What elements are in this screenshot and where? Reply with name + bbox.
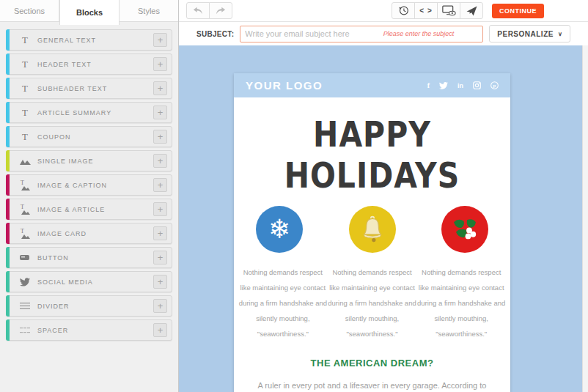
add-block-button[interactable]: + [153,57,167,71]
subject-label: SUBJECT: [196,30,234,38]
panel-tabs: Sections Blocks Styles [0,0,178,22]
email-preview[interactable]: YOUR LOGO f in p HAPPY HOLIDAYS ❄ [234,73,510,392]
plus-icon: + [158,204,163,215]
add-block-button[interactable]: + [153,154,167,168]
block-label: BUTTON [37,254,153,262]
plus-icon: + [158,131,163,142]
tab-styles[interactable]: Styles [120,0,178,21]
sidebar-item-button[interactable]: BUTTON + [6,247,172,268]
svg-text:p: p [493,83,496,88]
plus-icon: + [158,252,163,263]
image-icon [12,158,37,165]
add-block-button[interactable]: + [153,81,167,95]
text-icon: T [12,131,37,143]
tab-blocks[interactable]: Blocks [59,0,120,25]
add-block-button[interactable]: + [153,323,167,337]
three-column-text[interactable]: Nothing demands respect like maintaining… [234,265,510,341]
pinterest-icon[interactable]: p [490,81,499,89]
add-block-button[interactable]: + [153,33,167,47]
sidebar-item-single-image[interactable]: SINGLE IMAGE + [6,150,172,171]
block-label: COUPON [37,133,153,141]
accent-bar [6,174,10,196]
article-block[interactable]: THE AMERICAN DREAM? A ruler in every pot… [234,358,510,392]
sidebar-item-divider[interactable]: DIVIDER + [6,295,172,317]
logo-text: YOUR LOGO [246,79,323,92]
plus-icon: + [158,107,163,118]
sidebar-item-image-caption[interactable]: T IMAGE & CAPTION + [6,174,172,196]
holly-icon [441,206,488,253]
block-label: IMAGE CARD [37,230,153,237]
block-label: SUBHEADER TEXT [37,85,153,92]
text-icon: T [12,34,37,46]
sidebar-item-subheader-text[interactable]: T SUBHEADER TEXT + [6,78,172,99]
twitter-icon[interactable] [439,82,448,89]
plus-icon: + [158,228,163,239]
undo-button[interactable] [186,2,210,19]
history-button[interactable] [392,2,415,19]
redo-button[interactable] [209,2,232,19]
sidebar-item-header-text[interactable]: T HEADER TEXT + [6,53,172,75]
add-block-button[interactable]: + [153,275,167,289]
bell-icon [349,206,396,253]
article-body: A ruler in every pot and a lifesaver in … [251,376,493,392]
svg-text:T: T [21,180,24,186]
continue-button[interactable]: CONTINUE [492,4,544,18]
email-builder-app: Sections Blocks Styles T GENERAL TEXT + … [0,0,588,392]
canvas-scrollbar[interactable] [582,45,588,392]
subject-input[interactable] [240,26,483,42]
spacer-icon [12,328,37,333]
accent-bar [6,319,10,341]
add-block-button[interactable]: + [153,178,167,192]
sidebar-item-image-card[interactable]: T IMAGE CARD + [6,223,172,244]
email-body: HAPPY HOLIDAYS ❄ [234,97,510,392]
tab-sections[interactable]: Sections [0,0,59,21]
email-canvas: YOUR LOGO f in p HAPPY HOLIDAYS ❄ [179,45,588,392]
add-block-button[interactable]: + [153,106,167,119]
plus-icon: + [158,155,163,166]
headline-image[interactable]: HAPPY HOLIDAYS [234,114,510,196]
plus-icon: + [158,276,163,287]
column-text: Nothing demands respect like maintaining… [328,265,417,341]
preview-button[interactable] [437,2,460,19]
icon-row[interactable]: ❄ [234,206,510,253]
block-label: IMAGE & CAPTION [37,182,153,189]
add-block-button[interactable]: + [153,299,167,313]
block-label: ARTICLE SUMMARY [37,109,153,117]
image-text-icon: T [12,228,37,239]
plus-icon: + [158,83,163,94]
instagram-icon[interactable] [473,81,481,89]
svg-text:T: T [21,228,24,234]
redo-icon [216,7,226,15]
code-icon: < > [419,7,432,15]
block-label: SPACER [37,327,153,334]
block-label: HEADER TEXT [37,61,153,68]
column-text: Nothing demands respect like maintaining… [416,265,506,341]
column-text: Nothing demands respect like maintaining… [238,265,328,341]
left-panel: Sections Blocks Styles T GENERAL TEXT + … [0,0,179,392]
accent-bar [6,247,10,268]
image-text-icon: T [12,180,37,191]
add-block-button[interactable]: + [153,202,167,216]
sidebar-item-article-summary[interactable]: T ARTICLE SUMMARY + [6,102,172,123]
accent-bar [6,295,10,317]
plus-icon: + [158,325,163,336]
sidebar-item-spacer[interactable]: SPACER + [6,319,172,341]
code-button[interactable]: < > [414,2,438,19]
send-test-button[interactable] [460,2,483,19]
accent-bar [6,126,10,147]
sidebar-item-image-article[interactable]: T IMAGE & ARTICLE + [6,199,172,220]
personalize-button[interactable]: PERSONALIZE ∨ [489,25,570,42]
linkedin-icon[interactable]: in [457,82,463,89]
plus-icon: + [158,180,163,191]
sidebar-item-social-media[interactable]: SOCIAL MEDIA + [6,271,172,292]
button-icon [12,255,37,261]
sidebar-item-general-text[interactable]: T GENERAL TEXT + [6,29,172,51]
email-header-block[interactable]: YOUR LOGO f in p [234,73,510,97]
add-block-button[interactable]: + [153,251,167,265]
subject-bar: SUBJECT: Please enter the subject PERSON… [179,22,588,45]
sidebar-item-coupon[interactable]: T COUPON + [6,126,172,147]
facebook-icon[interactable]: f [427,81,430,89]
add-block-button[interactable]: + [153,226,167,240]
add-block-button[interactable]: + [153,130,167,144]
text-icon: T [12,107,37,119]
